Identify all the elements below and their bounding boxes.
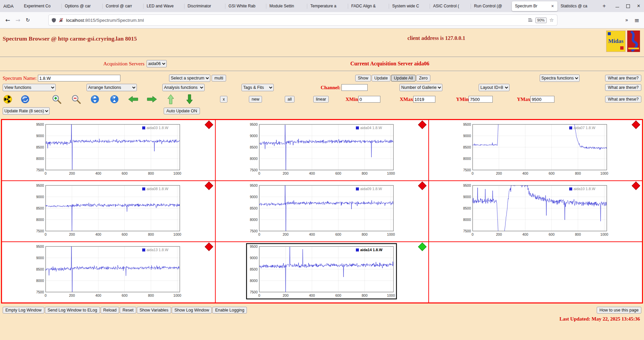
- url-bar[interactable]: localhost:8015/Spectrum/Spectrum.tml 90%…: [49, 15, 557, 25]
- show-variables-button[interactable]: Show Variables: [137, 307, 171, 314]
- browser-tab-7[interactable]: Module Settin: [266, 1, 307, 11]
- spectra-functions-dropdown[interactable]: Spectra functions: [540, 74, 580, 82]
- new-button[interactable]: new: [249, 96, 262, 103]
- menu-icon[interactable]: ≡: [634, 17, 639, 24]
- what-are-these-button-3[interactable]: What are these?: [605, 96, 641, 103]
- window-close-button[interactable]: ×: [633, 0, 644, 12]
- refresh-globe-icon[interactable]: [21, 95, 30, 104]
- xmax-input[interactable]: [413, 96, 435, 103]
- window-maximize-button[interactable]: [623, 0, 633, 12]
- update-all-button[interactable]: Update All: [391, 75, 416, 81]
- spectrum-cell-aida13[interactable]: 7500800085009000950002004006008001000aid…: [2, 242, 215, 303]
- spectrum-cell-aida03[interactable]: 7500800085009000950002004006008001000aid…: [2, 120, 215, 181]
- update-rate-row: Update Rate (8 secs) Auto Update ON: [0, 106, 644, 116]
- zoom-in-icon[interactable]: [52, 94, 62, 104]
- radiation-icon[interactable]: [3, 95, 12, 104]
- select-spectrum-dropdown[interactable]: Select a spectrum: [169, 74, 210, 82]
- move-right-icon[interactable]: [147, 96, 157, 103]
- browser-tab-12[interactable]: Run Control (@: [471, 1, 512, 11]
- view-functions-dropdown[interactable]: View functions: [3, 84, 56, 91]
- browser-tab-11[interactable]: ASIC Control (: [430, 1, 471, 11]
- browser-tab-1[interactable]: Experiment Co: [21, 1, 62, 11]
- x-button[interactable]: x: [220, 96, 227, 103]
- tab-close-icon[interactable]: ×: [550, 3, 554, 9]
- browser-tab-2[interactable]: Options @ car: [62, 1, 103, 11]
- browser-tab-9[interactable]: FADC Align &: [348, 1, 389, 11]
- enable-logging-button[interactable]: Enable Logging: [212, 307, 247, 314]
- show-button[interactable]: Show: [355, 75, 371, 81]
- analysis-functions-dropdown[interactable]: Analysis functions: [162, 84, 205, 91]
- spectrum-cell-aida07[interactable]: 7500800085009000950002004006008001000aid…: [429, 120, 642, 181]
- bookmark-star-icon[interactable]: ☆: [549, 17, 554, 23]
- insecure-lock-icon[interactable]: [59, 18, 63, 22]
- auto-update-button[interactable]: Auto Update ON: [164, 108, 200, 114]
- forward-button[interactable]: →: [15, 17, 20, 23]
- new-tab-button[interactable]: +: [599, 3, 609, 9]
- status-diamond-green[interactable]: [418, 242, 427, 251]
- spectrum-name-input[interactable]: [38, 75, 120, 81]
- acquisition-server-select[interactable]: aida06: [147, 60, 167, 67]
- window-minimize-button[interactable]: [612, 0, 623, 12]
- browser-tab-6[interactable]: GSI White Rab: [225, 1, 266, 11]
- multi-button[interactable]: multi: [212, 75, 226, 81]
- zoom-out-icon[interactable]: [71, 94, 81, 104]
- zoom-level-indicator[interactable]: 90%: [535, 17, 547, 23]
- linear-button[interactable]: linear: [313, 96, 329, 103]
- status-diamond-red[interactable]: [418, 120, 427, 129]
- spectrum-cell-aida09[interactable]: 7500800085009000950002004006008001000aid…: [215, 181, 429, 242]
- browser-tab-8[interactable]: Temperature a: [307, 1, 348, 11]
- tags-fits-dropdown[interactable]: Tags & Fits: [241, 84, 274, 91]
- channel-input[interactable]: [341, 84, 368, 91]
- reload-button[interactable]: ↻: [26, 17, 30, 23]
- how-to-use-button[interactable]: How to use this page: [597, 307, 641, 314]
- toolbar-overflow-icon[interactable]: »: [621, 17, 628, 23]
- ymax-input[interactable]: [530, 96, 554, 103]
- status-diamond-red[interactable]: [205, 181, 213, 190]
- reload-page-button[interactable]: Reload: [101, 307, 119, 314]
- move-down-icon[interactable]: [186, 94, 193, 104]
- tab-label: ASIC Control (: [433, 4, 468, 8]
- update-button[interactable]: Update: [372, 75, 390, 81]
- tracking-protection-shield-icon[interactable]: [51, 18, 56, 23]
- xmin-input[interactable]: [358, 96, 380, 103]
- status-diamond-red[interactable]: [632, 181, 640, 190]
- what-are-these-button-2[interactable]: What are these?: [605, 84, 641, 91]
- update-rate-dropdown[interactable]: Update Rate (8 secs): [3, 107, 50, 115]
- spectrum-cell-aida10[interactable]: 7500800085009000950002004006008001000aid…: [429, 181, 642, 242]
- what-are-these-button-1[interactable]: What are these?: [605, 75, 641, 81]
- spectrum-cell-aida04[interactable]: 7500800085009000950002004006008001000aid…: [215, 120, 429, 181]
- send-log-to-elog-button[interactable]: Send Log Window to ELog: [45, 307, 100, 314]
- status-diamond-red[interactable]: [632, 120, 640, 129]
- browser-tab-5[interactable]: Discriminator: [184, 1, 225, 11]
- compress-vertical-icon[interactable]: [110, 95, 119, 104]
- maximize-icon: [626, 4, 630, 8]
- midas-logo[interactable]: Midas: [606, 31, 626, 52]
- status-diamond-red[interactable]: [418, 181, 427, 190]
- browser-tab-10[interactable]: System wide C: [389, 1, 430, 11]
- browser-tab-14[interactable]: Statistics @ ca: [557, 1, 598, 11]
- show-log-window-button[interactable]: Show Log Window: [172, 307, 212, 314]
- browser-tab-3[interactable]: Control @ carr: [103, 1, 144, 11]
- spectrum-cell-aida08[interactable]: 7500800085009000950002004006008001000aid…: [2, 181, 215, 242]
- browser-tab-13[interactable]: Spectrum Br×: [512, 1, 557, 11]
- reset-button[interactable]: Reset: [120, 307, 136, 314]
- all-button[interactable]: all: [285, 96, 294, 103]
- expand-vertical-icon[interactable]: [91, 95, 99, 104]
- svg-text:7500: 7500: [36, 229, 44, 233]
- zero-button[interactable]: Zero: [416, 75, 430, 81]
- status-diamond-red[interactable]: [205, 120, 213, 129]
- svg-text:9000: 9000: [250, 256, 258, 260]
- status-diamond-red[interactable]: [205, 242, 213, 251]
- move-left-icon[interactable]: [128, 96, 138, 103]
- arrange-functions-dropdown[interactable]: Arrange functions: [87, 84, 137, 91]
- browser-tab-4[interactable]: LED and Wave: [144, 1, 184, 11]
- tcl-powered-logo[interactable]: [627, 31, 640, 52]
- reader-view-icon[interactable]: [528, 18, 533, 22]
- empty-log-window-button[interactable]: Empty Log Window: [3, 307, 44, 314]
- ymin-input[interactable]: [469, 96, 493, 103]
- back-button[interactable]: ←: [5, 17, 10, 23]
- layout-id-dropdown[interactable]: Layout ID=8: [479, 84, 509, 91]
- move-up-icon[interactable]: [167, 94, 174, 104]
- spectrum-cell-aida14[interactable]: 7500800085009000950002004006008001000aid…: [215, 242, 429, 303]
- number-of-galleries-dropdown[interactable]: Number of Galleries: [399, 84, 442, 91]
